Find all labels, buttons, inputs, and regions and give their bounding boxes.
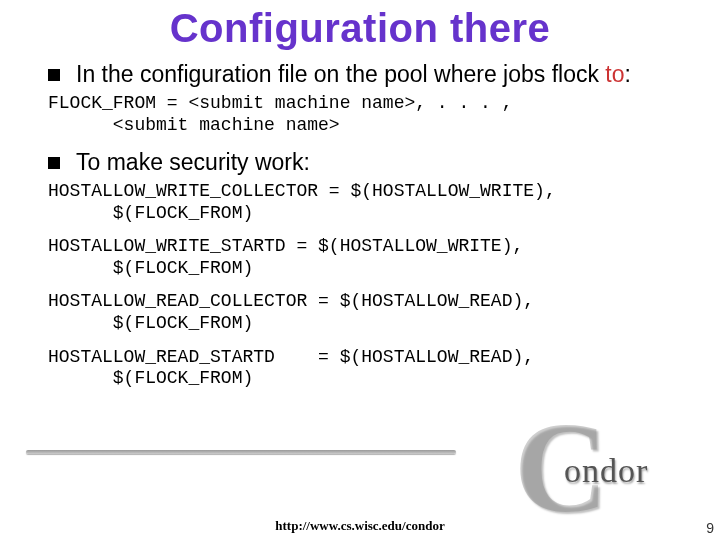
code-block-5: HOSTALLOW_READ_STARTD = $(HOSTALLOW_READ… [48, 347, 688, 390]
bullet-1: In the configuration file on the pool wh… [48, 61, 688, 87]
slide-title: Configuration there [0, 6, 720, 51]
footer-url: http://www.cs.wisc.edu/condor [0, 518, 720, 534]
condor-logo: C ondor [520, 426, 690, 516]
code-block-1: FLOCK_FROM = <submit machine name>, . . … [48, 93, 688, 136]
bullet-1-text: In the configuration file on the pool wh… [76, 61, 631, 87]
logo-word: ondor [564, 452, 648, 490]
bullet-2-text: To make security work: [76, 149, 310, 175]
bullet-list-2: To make security work: [48, 149, 688, 175]
code-block-3: HOSTALLOW_WRITE_STARTD = $(HOSTALLOW_WRI… [48, 236, 688, 279]
bullet-1-pre: In the configuration file on the pool wh… [76, 61, 605, 87]
page-number: 9 [706, 520, 714, 536]
divider-bar [26, 450, 456, 454]
code-block-2: HOSTALLOW_WRITE_COLLECTOR = $(HOSTALLOW_… [48, 181, 688, 224]
bullet-1-post: : [625, 61, 631, 87]
bullet-1-accent: to [605, 61, 624, 87]
bullet-list: In the configuration file on the pool wh… [48, 61, 688, 87]
slide: Configuration there In the configuration… [0, 6, 720, 540]
bullet-2: To make security work: [48, 149, 688, 175]
logo-c-icon: C [514, 402, 608, 532]
slide-content: In the configuration file on the pool wh… [48, 61, 688, 390]
code-block-4: HOSTALLOW_READ_COLLECTOR = $(HOSTALLOW_R… [48, 291, 688, 334]
